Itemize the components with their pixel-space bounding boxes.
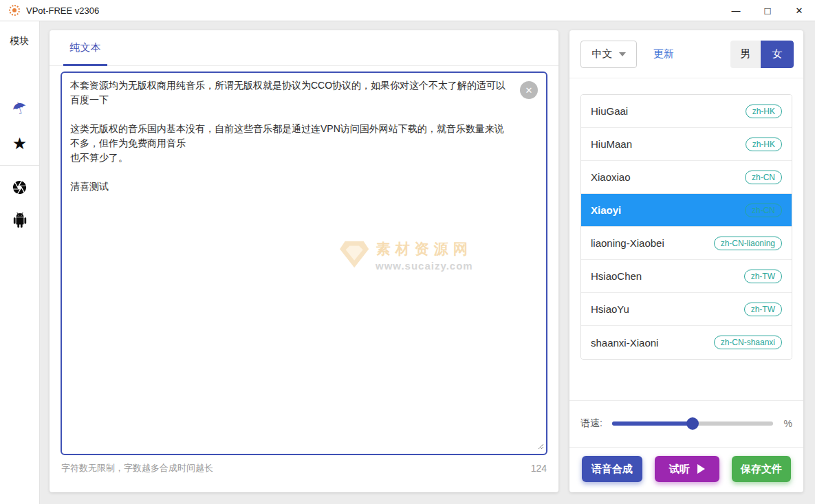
voice-name: HsiaoChen — [591, 270, 642, 282]
voice-locale-badge: zh-TW — [744, 303, 782, 316]
editor-footer: 字符数无限制，字数越多合成时间越长 124 — [61, 462, 547, 474]
aperture-icon[interactable] — [0, 179, 39, 198]
maximize-button[interactable]: □ — [752, 0, 783, 21]
resize-handle[interactable] — [536, 440, 544, 452]
titlebar: VPot-FREE v2306 — □ ✕ — [0, 0, 815, 21]
module-sidebar: 模块 ☂ ★ — [0, 21, 40, 504]
action-buttons: 语音合成 试听 保存文件 — [582, 456, 791, 482]
panel-divider — [569, 447, 803, 448]
voice-locale-badge: zh-CN-liaoning — [714, 237, 782, 250]
voice-panel-card: 中文 更新 男 女 HiuGaai zh-HK HiuMaan zh-HK Xi… — [569, 30, 803, 492]
synthesize-button[interactable]: 语音合成 — [582, 456, 642, 482]
voice-locale-badge: zh-CN — [745, 171, 782, 184]
voice-row[interactable]: HiuMaan zh-HK — [581, 128, 792, 161]
voice-list: HiuGaai zh-HK HiuMaan zh-HK Xiaoxiao zh-… — [580, 94, 792, 360]
editor-tabbar: 纯文本 — [50, 30, 558, 66]
voice-locale-badge: zh-TW — [744, 270, 782, 283]
save-file-button[interactable]: 保存文件 — [732, 456, 791, 482]
speed-slider[interactable] — [612, 421, 773, 426]
editor-card: 纯文本 本套资源均为无版权商用纯音乐，所谓无版权就是协议为CCO协议的，如果你对… — [50, 30, 558, 492]
voice-row[interactable]: liaoning-Xiaobei zh-CN-liaoning — [581, 227, 792, 260]
app-logo-icon — [9, 5, 20, 16]
voice-row[interactable]: Xiaoxiao zh-CN — [581, 161, 792, 194]
close-button[interactable]: ✕ — [783, 0, 815, 21]
voice-name: HsiaoYu — [591, 303, 629, 315]
text-input[interactable]: 本套资源均为无版权商用纯音乐，所谓无版权就是协议为CCO协议的，如果你对这个不太… — [61, 72, 547, 455]
voice-row[interactable]: HsiaoChen zh-TW — [581, 260, 792, 293]
preview-button-label: 试听 — [669, 463, 690, 476]
voice-row-selected[interactable]: Xiaoyi zh-CN — [581, 194, 792, 227]
voice-row[interactable]: HsiaoYu zh-TW — [581, 293, 792, 326]
voice-name: liaoning-Xiaobei — [591, 237, 664, 249]
language-select-value: 中文 — [592, 47, 613, 61]
voice-row[interactable]: HiuGaai zh-HK — [581, 95, 792, 128]
gender-male-button[interactable]: 男 — [730, 41, 761, 68]
umbrella-icon[interactable]: ☂ — [0, 94, 41, 124]
sidebar-divider — [0, 165, 39, 166]
gender-toggle: 男 女 — [730, 41, 794, 68]
voice-name: shaanxi-Xiaoni — [591, 337, 658, 349]
window-title: VPot-FREE v2306 — [26, 6, 99, 16]
voice-row[interactable]: shaanxi-Xiaoni zh-CN-shaanxi — [581, 326, 792, 359]
chevron-down-icon — [619, 52, 626, 56]
window-controls: — □ ✕ — [720, 0, 815, 21]
voice-toolbar: 中文 更新 男 女 — [569, 30, 803, 78]
panel-divider — [569, 400, 803, 401]
speed-control: 语速: % — [580, 410, 792, 437]
speed-slider-fill — [612, 421, 693, 426]
clear-text-icon[interactable]: ✕ — [520, 81, 538, 99]
sidebar-section-label: 模块 — [0, 35, 39, 47]
voice-locale-badge: zh-CN — [745, 204, 782, 217]
speed-label: 语速: — [580, 417, 602, 430]
voice-locale-badge: zh-HK — [746, 105, 782, 118]
text-input-content: 本套资源均为无版权商用纯音乐，所谓无版权就是协议为CCO协议的，如果你对这个不太… — [70, 78, 519, 447]
voice-name: Xiaoyi — [591, 204, 621, 216]
voice-name: HiuGaai — [591, 105, 628, 117]
char-limit-hint: 字符数无限制，字数越多合成时间越长 — [61, 462, 213, 474]
voice-locale-badge: zh-HK — [746, 138, 782, 151]
minimize-button[interactable]: — — [720, 0, 752, 21]
voice-locale-badge: zh-CN-shaanxi — [714, 336, 782, 349]
star-icon[interactable]: ★ — [0, 134, 39, 153]
preview-button[interactable]: 试听 — [655, 456, 719, 482]
speed-unit: % — [784, 418, 792, 429]
play-icon — [697, 464, 705, 474]
android-icon[interactable] — [0, 212, 39, 230]
voice-name: HiuMaan — [591, 138, 632, 150]
update-link[interactable]: 更新 — [653, 47, 674, 61]
speed-slider-thumb[interactable] — [686, 417, 699, 430]
char-count: 124 — [531, 463, 547, 474]
tab-plain-text[interactable]: 纯文本 — [63, 30, 107, 66]
language-select[interactable]: 中文 — [580, 41, 637, 68]
voice-name: Xiaoxiao — [591, 171, 631, 183]
gender-female-button[interactable]: 女 — [761, 41, 794, 68]
